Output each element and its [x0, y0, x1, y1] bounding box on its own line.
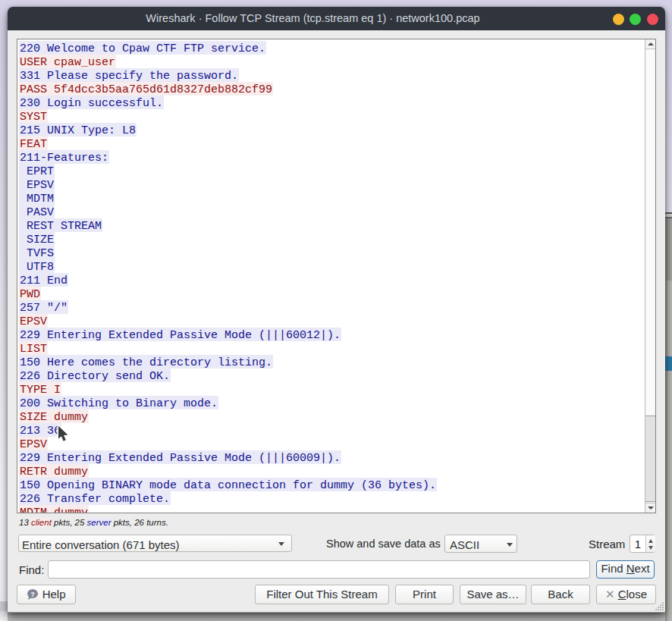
svg-text:?: ? [31, 591, 36, 598]
